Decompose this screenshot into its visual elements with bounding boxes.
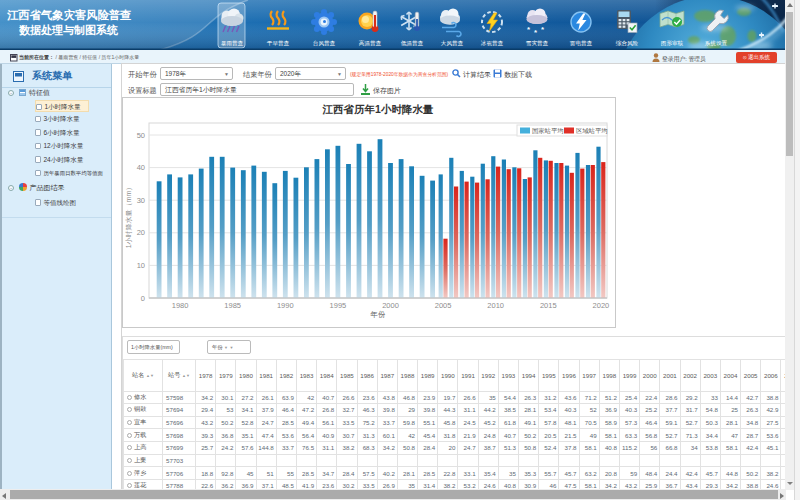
svg-text:干旱普查: 干旱普查: [267, 40, 290, 46]
svg-text:江西省气象灾害风险普查: 江西省气象灾害风险普查: [7, 8, 131, 21]
svg-text:系统设置: 系统设置: [704, 40, 728, 47]
svg-text:1小时降水量（mm）: 1小时降水量（mm）: [125, 184, 133, 249]
svg-text:低温普查: 低温普查: [401, 40, 424, 47]
svg-text:50: 50: [137, 131, 145, 140]
svg-text:2000: 2000: [382, 301, 399, 310]
svg-text:2020: 2020: [593, 301, 610, 310]
svg-text:2005: 2005: [435, 301, 452, 310]
svg-text:综合风险: 综合风险: [616, 40, 639, 47]
svg-text:国家站平均: 国家站平均: [532, 127, 563, 135]
svg-text:1985: 1985: [224, 301, 241, 310]
svg-text:台风普查: 台风普查: [313, 40, 336, 47]
svg-text:区域站平均: 区域站平均: [576, 127, 607, 134]
svg-text:大风普查: 大风普查: [441, 40, 464, 47]
svg-text:0: 0: [141, 294, 145, 303]
svg-text:高温普查: 高温普查: [359, 40, 382, 47]
svg-text:年份: 年份: [370, 310, 387, 319]
svg-text:10: 10: [137, 261, 145, 270]
svg-text:图形审核: 图形审核: [661, 40, 684, 46]
svg-text:1995: 1995: [330, 301, 347, 310]
svg-text:冰雹普查: 冰雹普查: [481, 40, 504, 46]
svg-text:数据处理与制图系统: 数据处理与制图系统: [18, 24, 119, 36]
svg-text:2010: 2010: [487, 301, 504, 310]
svg-text:雷电普查: 雷电普查: [570, 40, 593, 47]
svg-text:江西省历年1小时降水量: 江西省历年1小时降水量: [322, 103, 434, 115]
svg-text:30: 30: [137, 196, 145, 205]
svg-text:20: 20: [137, 228, 145, 237]
svg-text:暴雨普查: 暴雨普查: [221, 40, 244, 46]
svg-text:2015: 2015: [540, 301, 557, 310]
svg-text:40: 40: [137, 163, 145, 172]
svg-text:1980: 1980: [172, 301, 189, 310]
svg-text:1990: 1990: [277, 301, 294, 310]
svg-text:雪灾普查: 雪灾普查: [526, 40, 549, 47]
